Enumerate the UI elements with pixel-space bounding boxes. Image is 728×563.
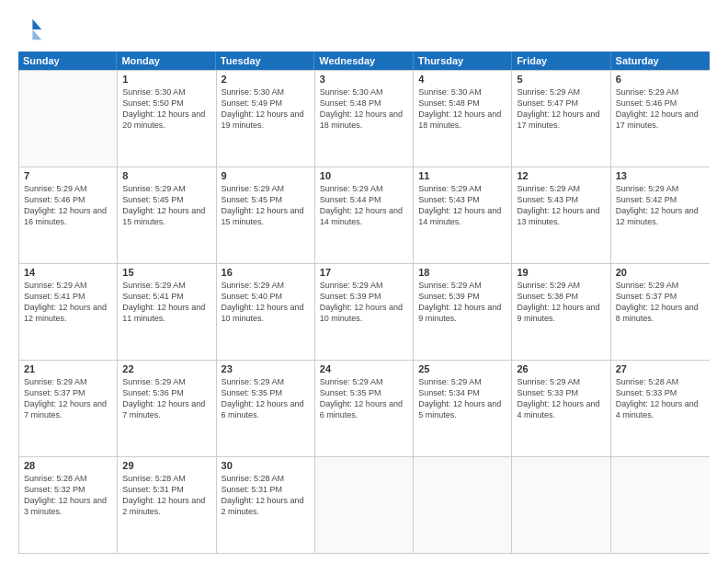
cell-info: Sunrise: 5:29 AMSunset: 5:43 PMDaylight:… — [517, 183, 605, 228]
cell-info: Sunrise: 5:28 AMSunset: 5:31 PMDaylight:… — [122, 473, 210, 518]
cell-info: Sunrise: 5:29 AMSunset: 5:39 PMDaylight:… — [320, 280, 408, 325]
day-number: 29 — [122, 460, 210, 471]
cell-info: Sunrise: 5:29 AMSunset: 5:37 PMDaylight:… — [24, 376, 112, 421]
day-number: 1 — [122, 74, 210, 85]
cell-info: Sunrise: 5:29 AMSunset: 5:41 PMDaylight:… — [122, 280, 210, 325]
calendar-week: 14Sunrise: 5:29 AMSunset: 5:41 PMDayligh… — [19, 263, 710, 360]
day-number: 20 — [616, 267, 705, 278]
day-number: 16 — [222, 267, 310, 278]
day-number: 11 — [418, 170, 506, 181]
day-number: 30 — [222, 460, 310, 471]
cell-info: Sunrise: 5:30 AMSunset: 5:50 PMDaylight:… — [122, 86, 210, 132]
cell-info: Sunrise: 5:29 AMSunset: 5:35 PMDaylight:… — [320, 376, 408, 421]
day-number: 19 — [517, 267, 605, 278]
logo — [18, 17, 48, 42]
day-number: 4 — [418, 74, 506, 85]
day-number: 18 — [418, 267, 506, 278]
header-day: Thursday — [414, 52, 512, 70]
calendar: SundayMondayTuesdayWednesdayThursdayFrid… — [18, 52, 710, 554]
day-number: 6 — [616, 74, 705, 85]
cell-info: Sunrise: 5:30 AMSunset: 5:48 PMDaylight:… — [418, 86, 506, 132]
calendar-cell: 4Sunrise: 5:30 AMSunset: 5:48 PMDaylight… — [414, 71, 512, 167]
calendar-cell: 18Sunrise: 5:29 AMSunset: 5:39 PMDayligh… — [414, 264, 512, 360]
day-number: 3 — [320, 74, 408, 85]
header-day: Tuesday — [216, 52, 314, 70]
calendar-week: 7Sunrise: 5:29 AMSunset: 5:46 PMDaylight… — [19, 167, 710, 263]
cell-info: Sunrise: 5:29 AMSunset: 5:34 PMDaylight:… — [418, 376, 506, 421]
day-number: 12 — [517, 170, 605, 181]
day-number: 23 — [222, 363, 310, 374]
day-number: 8 — [122, 170, 210, 181]
header-day: Saturday — [611, 52, 710, 70]
calendar-cell: 14Sunrise: 5:29 AMSunset: 5:41 PMDayligh… — [19, 264, 118, 360]
cell-info: Sunrise: 5:29 AMSunset: 5:40 PMDaylight:… — [222, 280, 310, 325]
calendar-header: SundayMondayTuesdayWednesdayThursdayFrid… — [18, 52, 710, 70]
day-number: 14 — [24, 267, 112, 278]
calendar-cell — [414, 457, 512, 553]
calendar-cell: 8Sunrise: 5:29 AMSunset: 5:45 PMDaylight… — [118, 167, 216, 263]
cell-info: Sunrise: 5:29 AMSunset: 5:39 PMDaylight:… — [418, 280, 506, 325]
header — [18, 17, 710, 42]
day-number: 24 — [320, 363, 408, 374]
calendar-week: 21Sunrise: 5:29 AMSunset: 5:37 PMDayligh… — [19, 360, 710, 456]
cell-info: Sunrise: 5:29 AMSunset: 5:33 PMDaylight:… — [517, 376, 605, 421]
calendar-cell: 2Sunrise: 5:30 AMSunset: 5:49 PMDaylight… — [217, 71, 315, 167]
svg-marker-1 — [32, 29, 41, 40]
calendar-cell: 22Sunrise: 5:29 AMSunset: 5:36 PMDayligh… — [118, 361, 216, 456]
calendar-cell: 30Sunrise: 5:28 AMSunset: 5:31 PMDayligh… — [217, 457, 315, 553]
calendar-cell: 16Sunrise: 5:29 AMSunset: 5:40 PMDayligh… — [217, 264, 315, 360]
day-number: 15 — [122, 267, 210, 278]
page: SundayMondayTuesdayWednesdayThursdayFrid… — [0, 0, 728, 563]
cell-info: Sunrise: 5:29 AMSunset: 5:43 PMDaylight:… — [418, 183, 506, 228]
header-day: Sunday — [18, 52, 117, 70]
calendar-cell: 7Sunrise: 5:29 AMSunset: 5:46 PMDaylight… — [19, 167, 118, 263]
calendar-cell: 3Sunrise: 5:30 AMSunset: 5:48 PMDaylight… — [315, 71, 414, 167]
calendar-cell: 11Sunrise: 5:29 AMSunset: 5:43 PMDayligh… — [414, 167, 512, 263]
calendar-cell: 12Sunrise: 5:29 AMSunset: 5:43 PMDayligh… — [512, 167, 610, 263]
header-day: Friday — [512, 52, 610, 70]
calendar-week: 1Sunrise: 5:30 AMSunset: 5:50 PMDaylight… — [19, 70, 710, 167]
cell-info: Sunrise: 5:29 AMSunset: 5:35 PMDaylight:… — [222, 376, 310, 421]
cell-info: Sunrise: 5:29 AMSunset: 5:36 PMDaylight:… — [122, 376, 210, 421]
day-number: 9 — [222, 170, 310, 181]
calendar-cell — [611, 457, 710, 553]
day-number: 5 — [517, 74, 605, 85]
calendar-cell — [512, 457, 610, 553]
cell-info: Sunrise: 5:29 AMSunset: 5:41 PMDaylight:… — [24, 280, 112, 325]
cell-info: Sunrise: 5:28 AMSunset: 5:33 PMDaylight:… — [616, 376, 705, 421]
cell-info: Sunrise: 5:29 AMSunset: 5:42 PMDaylight:… — [616, 183, 705, 228]
calendar-cell: 10Sunrise: 5:29 AMSunset: 5:44 PMDayligh… — [315, 167, 414, 263]
cell-info: Sunrise: 5:30 AMSunset: 5:49 PMDaylight:… — [222, 86, 310, 132]
cell-info: Sunrise: 5:28 AMSunset: 5:31 PMDaylight:… — [222, 473, 310, 518]
calendar-cell: 28Sunrise: 5:28 AMSunset: 5:32 PMDayligh… — [19, 457, 118, 553]
calendar-cell: 1Sunrise: 5:30 AMSunset: 5:50 PMDaylight… — [118, 71, 216, 167]
cell-info: Sunrise: 5:29 AMSunset: 5:45 PMDaylight:… — [122, 183, 210, 228]
day-number: 27 — [616, 363, 705, 374]
calendar-cell — [315, 457, 414, 553]
calendar-cell: 25Sunrise: 5:29 AMSunset: 5:34 PMDayligh… — [414, 361, 512, 456]
day-number: 10 — [320, 170, 408, 181]
calendar-cell: 6Sunrise: 5:29 AMSunset: 5:46 PMDaylight… — [611, 71, 710, 167]
calendar-week: 28Sunrise: 5:28 AMSunset: 5:32 PMDayligh… — [19, 456, 710, 553]
calendar-cell: 20Sunrise: 5:29 AMSunset: 5:37 PMDayligh… — [611, 264, 710, 360]
day-number: 17 — [320, 267, 408, 278]
calendar-cell: 17Sunrise: 5:29 AMSunset: 5:39 PMDayligh… — [315, 264, 414, 360]
calendar-cell: 27Sunrise: 5:28 AMSunset: 5:33 PMDayligh… — [611, 361, 710, 456]
cell-info: Sunrise: 5:29 AMSunset: 5:38 PMDaylight:… — [517, 280, 605, 325]
day-number: 13 — [616, 170, 705, 181]
calendar-cell: 29Sunrise: 5:28 AMSunset: 5:31 PMDayligh… — [118, 457, 216, 553]
calendar-cell: 9Sunrise: 5:29 AMSunset: 5:45 PMDaylight… — [217, 167, 315, 263]
calendar-cell: 26Sunrise: 5:29 AMSunset: 5:33 PMDayligh… — [512, 361, 610, 456]
cell-info: Sunrise: 5:28 AMSunset: 5:32 PMDaylight:… — [24, 473, 112, 518]
header-day: Wednesday — [314, 52, 413, 70]
cell-info: Sunrise: 5:30 AMSunset: 5:48 PMDaylight:… — [320, 86, 408, 132]
cell-info: Sunrise: 5:29 AMSunset: 5:37 PMDaylight:… — [616, 280, 705, 325]
day-number: 22 — [122, 363, 210, 374]
logo-icon — [18, 17, 44, 42]
calendar-cell: 24Sunrise: 5:29 AMSunset: 5:35 PMDayligh… — [315, 361, 414, 456]
day-number: 2 — [222, 74, 310, 85]
calendar-body: 1Sunrise: 5:30 AMSunset: 5:50 PMDaylight… — [18, 70, 710, 554]
cell-info: Sunrise: 5:29 AMSunset: 5:44 PMDaylight:… — [320, 183, 408, 228]
day-number: 28 — [24, 460, 112, 471]
cell-info: Sunrise: 5:29 AMSunset: 5:46 PMDaylight:… — [616, 86, 705, 132]
